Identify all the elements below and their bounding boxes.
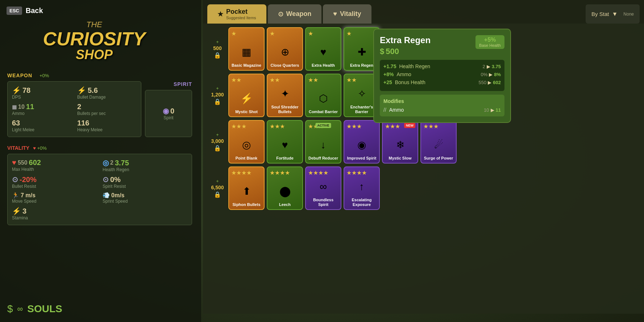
weapon-header: WEAPON +0% xyxy=(7,73,192,78)
item-name: Enchanter's Barrier xyxy=(346,105,377,114)
tab-pocket[interactable]: ★ Pocket Suggested Items xyxy=(207,4,266,24)
barrier-icon: ⬡ xyxy=(314,89,333,108)
item-name: Combat Barrier xyxy=(309,110,338,114)
crosshair-icon: ⊕ xyxy=(275,43,294,62)
price-label-3000: + 3,000 🔒 xyxy=(207,132,228,152)
bullet-damage-label: Bullet Damage xyxy=(77,95,137,100)
sort-value: None xyxy=(623,12,634,17)
item-stars: ★★ xyxy=(270,77,280,83)
esc-badge: ESC xyxy=(7,7,22,15)
back-button[interactable]: ESC Back xyxy=(7,7,43,15)
bullet-resist-stat: ⊙ -20% Bullet Resist xyxy=(12,175,97,189)
item-card-surge-of-power[interactable]: ★★★☄Surge of Power xyxy=(420,120,457,164)
enchant-icon: ✧ xyxy=(352,84,371,103)
spirit-resist-label: Spirit Resist xyxy=(103,184,187,189)
item-card-mystic-slow[interactable]: ★★★NEW❄Mystic Slow xyxy=(382,120,418,164)
max-health-stat: ♥ 550 602 Max Health xyxy=(12,158,97,172)
shredder-icon: ✦ xyxy=(275,84,294,103)
ammo-label: Ammo xyxy=(12,111,71,116)
by-stat-section[interactable]: By Stat ▼ None xyxy=(586,4,640,24)
item-stars: ★★★★ xyxy=(346,169,367,176)
stat-plus: +25 xyxy=(383,79,392,85)
items-row-6500: ★★★★⬆Siphon Bullets★★★★⬤Leech★★★★∞Boundl… xyxy=(228,166,640,210)
heavy-melee-stat: 116 Heavy Melee xyxy=(77,119,137,132)
item-stars: ★★★★ xyxy=(231,169,252,176)
escalating-icon: ↑ xyxy=(352,177,371,196)
bullet-damage-stat: ⚡ 5.6 Bullet Damage xyxy=(77,86,137,100)
item-card-combat-barrier[interactable]: ★★⬡Combat Barrier xyxy=(305,74,341,117)
item-name: Mystic Shot xyxy=(235,110,258,114)
item-card-extra-health[interactable]: ★♥Extra Health xyxy=(305,27,341,71)
vitality-tab-label: Vitality xyxy=(340,10,361,18)
vitality-header: VITALITY ♥ +0% xyxy=(7,145,192,151)
stats-section: WEAPON +0% ⚡ 78 DPS xyxy=(7,73,192,229)
pocket-star-icon: ★ xyxy=(217,10,223,18)
item-name: Fortitude xyxy=(276,156,294,161)
item-card-mystic-shot[interactable]: ★★⚡Mystic Shot xyxy=(228,74,265,117)
tooltip-mods-container: // Ammo 10 ▶ 11 xyxy=(383,107,501,113)
improved-icon: ◉ xyxy=(352,136,371,154)
left-panel: ESC Back THE CURIOSITY SHOP WEAPON +0% ⚡ xyxy=(0,0,201,322)
spirit-resist-value: 0% xyxy=(110,176,121,184)
item-card-fortitude[interactable]: ★★★♥Fortitude xyxy=(267,120,303,164)
health-regen-old: 2 xyxy=(110,160,113,166)
bullets-per-sec-stat: 2 Bullets per sec xyxy=(77,103,137,116)
price-row-6500: + 6,500 🔒 ★★★★⬆Siphon Bullets★★★★⬤Leech★… xyxy=(207,166,640,210)
item-stars: ★ xyxy=(231,30,236,37)
item-stars: ★★ xyxy=(308,77,318,83)
weapon-tab-icon: ⊙ xyxy=(278,10,283,18)
items-row-3000: ★★★◎Point Blank★★★♥Fortitude★★★ACTIVE↓De… xyxy=(228,120,640,164)
tooltip-stat-row: +8% Ammo 0% ▶ 8% xyxy=(383,71,501,77)
item-card-leech[interactable]: ★★★★⬤Leech xyxy=(267,166,303,210)
souls-footer: $ ∞ SOULS xyxy=(7,303,62,315)
ammo-stat: ▦ 10 11 Ammo xyxy=(12,103,71,116)
stat-name: Health Regen xyxy=(399,63,482,69)
slow-icon: ❄ xyxy=(391,136,410,154)
pocket-tab-sub: Suggested Items xyxy=(226,16,256,20)
item-card-basic-magazine[interactable]: ★▦Basic Magazine xyxy=(228,27,265,71)
back-label: Back xyxy=(26,7,43,15)
item-card-boundless-spirit[interactable]: ★★★★∞Boundless Spirit xyxy=(305,166,341,210)
title-curiosity: CURIOSITY xyxy=(22,29,167,48)
stat-values: 550 ▶ 602 xyxy=(479,80,501,85)
leech-icon: ⬤ xyxy=(275,182,294,201)
weapon-stats-box: ⚡ 78 DPS ⚡ 5.6 Bullet Damage xyxy=(7,81,141,137)
tooltip-bonus-label: Base Health xyxy=(479,43,501,48)
tooltip-modifies: Modifies // Ammo 10 ▶ 11 xyxy=(380,95,504,116)
item-card-siphon-bullets[interactable]: ★★★★⬆Siphon Bullets xyxy=(228,166,265,210)
souls-icon: $ xyxy=(7,303,13,315)
item-stars: ★★ xyxy=(231,77,241,83)
tooltip-bonus-box: +5% Base Health xyxy=(475,35,504,49)
surge-icon: ☄ xyxy=(429,136,448,154)
item-card-point-blank[interactable]: ★★★◎Point Blank xyxy=(228,120,265,164)
ammo-old: 10 xyxy=(18,104,25,110)
stat-values: 0% ▶ 8% xyxy=(481,72,501,77)
tooltip-modifies-title: Modifies xyxy=(383,98,501,104)
item-card-escalating-exposure[interactable]: ★★★★↑Escalating Exposure xyxy=(344,166,380,210)
tab-vitality[interactable]: ♥ Vitality xyxy=(323,4,371,24)
debuff-icon: ↓ xyxy=(314,136,333,154)
item-stars: ★★★ xyxy=(270,123,285,130)
heavy-melee-value: 116 xyxy=(77,119,89,127)
light-melee-stat: 63 Light Melee xyxy=(12,119,71,132)
move-speed-value: 7 m/s xyxy=(21,192,36,199)
move-speed-label: Move Speed xyxy=(12,199,97,204)
vitality-label: VITALITY xyxy=(7,145,29,151)
item-card-improved-spirit[interactable]: ★★★◉Improved Spirit xyxy=(344,120,380,164)
weapon-label: WEAPON xyxy=(7,73,32,78)
new-badge: NEW xyxy=(404,123,415,128)
tab-weapon[interactable]: ⊙ Weapon xyxy=(268,4,322,24)
item-card-debuff-reducer[interactable]: ★★★ACTIVE↓Debuff Reducer xyxy=(305,120,341,164)
item-name: Soul Shredder Bullets xyxy=(270,105,300,114)
health-regen-new: 3.75 xyxy=(115,159,129,167)
item-name: Debuff Reducer xyxy=(308,156,338,161)
bullets-per-sec-label: Bullets per sec xyxy=(77,111,137,116)
item-card-close-quarters[interactable]: ★⊕Close Quarters xyxy=(267,27,303,71)
item-stars: ★★★★ xyxy=(308,169,328,176)
stamina-value: 3 xyxy=(22,207,26,215)
item-card-soul-shredder-bullets[interactable]: ★★✦Soul Shredder Bullets xyxy=(267,74,303,117)
item-stars: ★ xyxy=(270,30,275,37)
max-health-new: 602 xyxy=(29,158,41,167)
magazine-icon: ▦ xyxy=(237,43,256,62)
item-name: Escalating Exposure xyxy=(346,198,377,207)
